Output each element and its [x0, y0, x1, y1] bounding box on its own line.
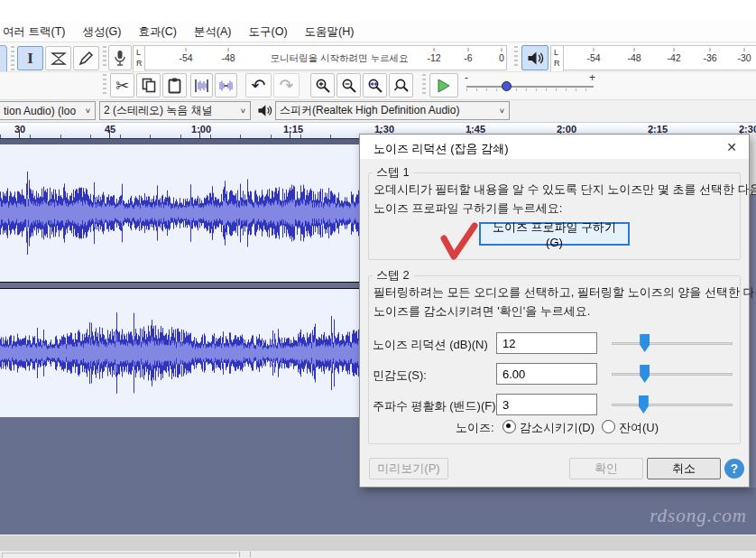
ok-button: 확인: [569, 458, 643, 479]
status-panel: [2, 553, 238, 558]
audacity-window: 여러 트랙(T) 생성(G) 효과(C) 분석(A) 도구(O) 도움말(H) …: [0, 0, 756, 558]
recording-channels-value: 2 (스테레오) 녹음 채널: [104, 103, 213, 118]
preview-button: 미리보기(P): [369, 458, 448, 479]
trim-audio-button[interactable]: [190, 73, 213, 98]
menu-item-tracks[interactable]: 여러 트랙(T): [3, 24, 65, 40]
edit-toolbar-grip[interactable]: [103, 74, 106, 97]
ibeam-icon: I: [27, 51, 33, 66]
step1-instruction-line1: 오데시티가 필터할 내용을 알 수 있도록 단지 노이즈만 몇 초를 선택한 다…: [373, 181, 756, 198]
noise-reduction-dialog: 노이즈 리덕션 (잡음 감쇄) ✕ 스텝 1 오데시티가 필터할 내용을 알 수…: [359, 134, 750, 488]
frequency-smoothing-slider[interactable]: [612, 394, 733, 415]
menubar: 여러 트랙(T) 생성(G) 효과(C) 분석(A) 도구(O) 도움말(H): [0, 22, 756, 42]
record-meter-mic-button[interactable]: [108, 45, 132, 70]
step2-legend: 스텝 2: [373, 267, 413, 284]
noise-reduction-db-input[interactable]: [496, 332, 597, 354]
noise-label: 노이즈:: [456, 420, 494, 436]
slider-thumb[interactable]: [639, 395, 649, 414]
menu-item-generate[interactable]: 생성(G): [82, 24, 121, 40]
rec-tick--6: -6: [464, 52, 472, 63]
step2-instruction-line1: 필터링하려는 모든 오디오를 선택하고, 필터링할 노이즈의 양을 선택한 다음: [373, 284, 756, 301]
red-check-annotation: [438, 219, 479, 262]
undo-icon: ↶: [252, 77, 266, 94]
playback-device-combo[interactable]: 스피커(Realtek High Definition Audio) ∨: [275, 101, 510, 120]
zoom-in-button[interactable]: [310, 73, 335, 98]
recording-device-value: tion Audio) (loo: [4, 105, 76, 117]
menu-item-help[interactable]: 도움말(H): [305, 24, 355, 40]
close-icon[interactable]: ✕: [722, 138, 742, 156]
radio-residue[interactable]: [602, 420, 615, 433]
noise-reduction-db-slider[interactable]: [612, 332, 733, 354]
dialog-titlebar[interactable]: 노이즈 리덕션 (잡음 감쇄) ✕: [360, 135, 749, 159]
waveform-right[interactable]: [0, 289, 359, 417]
play-tick--54: -54: [586, 52, 600, 63]
radio-reduce-label[interactable]: 감소시키기(D): [520, 420, 595, 436]
zoom-toggle-button[interactable]: [389, 73, 413, 98]
play-tick--48: -48: [627, 52, 641, 63]
pencil-icon: [78, 51, 94, 66]
copy-button[interactable]: [136, 73, 161, 98]
chevron-down-icon: ∨: [240, 107, 246, 115]
speaker-icon: [257, 104, 272, 117]
speaker-icon: [527, 51, 544, 66]
play-at-speed-button[interactable]: [429, 73, 458, 98]
play-tick--42: -42: [667, 52, 680, 63]
sensitivity-slider[interactable]: [612, 363, 733, 385]
frequency-smoothing-label: 주파수 평활화 (밴드)(F):: [373, 398, 499, 414]
help-button[interactable]: ?: [724, 459, 744, 479]
status-bar: [0, 550, 756, 558]
playback-device-value: 스피커(Realtek High Definition Audio): [280, 103, 459, 118]
selection-tool-button[interactable]: I: [17, 46, 43, 70]
step2-instruction-line2: 노이즈를 감소시키려면 '확인'을 누르세요.: [373, 303, 590, 320]
zoom-out-button[interactable]: [337, 73, 361, 98]
redo-button[interactable]: ↷: [273, 73, 300, 98]
rec-tick--12: -12: [427, 52, 440, 63]
radio-reduce[interactable]: [502, 420, 516, 433]
play-tick--36: -36: [703, 52, 716, 63]
dialog-title: 노이즈 리덕션 (잡음 감쇄): [373, 141, 509, 157]
waveform-left[interactable]: [0, 144, 359, 282]
zoom-out-icon: [341, 78, 357, 94]
silence-waveform-icon: [218, 79, 234, 93]
cancel-button[interactable]: 취소: [647, 458, 721, 479]
microphone-icon: [114, 50, 126, 67]
watermark: rdsong.com: [650, 505, 747, 527]
vertical-scrollbar-thumb[interactable]: [749, 194, 756, 488]
silence-audio-button[interactable]: [215, 73, 237, 98]
menu-item-analyze[interactable]: 분석(A): [194, 24, 232, 40]
sensitivity-input[interactable]: [496, 363, 597, 385]
playback-meter[interactable]: -54 -48 -42 -36 -30: [563, 45, 756, 70]
playback-meter-speaker-button[interactable]: [521, 45, 549, 70]
frequency-smoothing-input[interactable]: [496, 394, 597, 415]
play-speed-grip[interactable]: [422, 74, 426, 97]
envelope-tool-button[interactable]: [45, 46, 71, 70]
slider-thumb[interactable]: [640, 365, 650, 383]
radio-residue-label[interactable]: 잔여(U): [619, 420, 659, 436]
rec-tick--48: -48: [221, 52, 235, 63]
draw-tool-button[interactable]: [73, 46, 99, 70]
slider-thumb[interactable]: [640, 334, 650, 352]
redo-icon: ↷: [280, 77, 294, 94]
zoom-selection-button[interactable]: [363, 73, 387, 98]
recording-device-combo[interactable]: tion Audio) (loo ∨: [0, 101, 96, 120]
recording-meter-grip[interactable]: [103, 46, 106, 69]
chevron-down-icon: ∨: [499, 107, 505, 115]
paste-button[interactable]: [162, 73, 187, 98]
play-speed-slider[interactable]: - +: [465, 74, 595, 97]
trim-waveform-icon: [194, 79, 209, 93]
recording-channels-combo[interactable]: 2 (스테레오) 녹음 채널 ∨: [99, 101, 251, 120]
copy-icon: [142, 78, 156, 93]
undo-button[interactable]: ↶: [245, 73, 272, 98]
left-channel-label: L: [554, 48, 560, 59]
chevron-down-icon: ∨: [85, 107, 91, 115]
slider-plus-label: +: [589, 71, 595, 84]
horizontal-scrollbar[interactable]: [0, 535, 756, 550]
step1-legend: 스텝 1: [373, 164, 413, 181]
recording-meter[interactable]: -54 -48 모니터링을 시작하려면 누르세요 -12 -6 0: [144, 45, 507, 70]
menu-item-tools[interactable]: 도구(O): [249, 24, 288, 40]
get-noise-profile-button[interactable]: 노이즈 프로파일 구하기(G): [479, 222, 630, 246]
play-tick--30: -30: [737, 52, 751, 63]
menu-item-effect[interactable]: 효과(C): [139, 24, 177, 40]
zoom-toggle-icon: [393, 78, 410, 94]
cut-button[interactable]: ✂: [110, 73, 134, 98]
playback-meter-grip[interactable]: [514, 46, 518, 69]
